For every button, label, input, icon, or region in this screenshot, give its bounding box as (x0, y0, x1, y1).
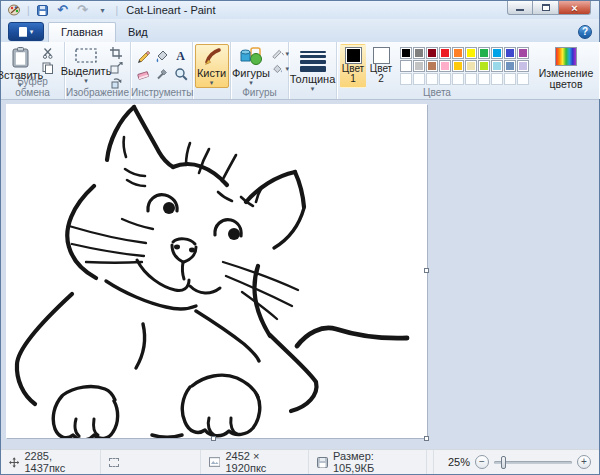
zoom-slider-track[interactable] (494, 461, 572, 464)
colors-group-label: Цвета (337, 87, 537, 98)
image-size-icon (209, 457, 220, 467)
eraser-tool-button[interactable] (133, 66, 152, 82)
palette-swatch-empty-7[interactable] (491, 73, 503, 85)
palette-swatch-15[interactable] (465, 60, 477, 72)
maximize-icon (542, 4, 550, 11)
shapes-group-label: Фигуры (231, 87, 288, 98)
palette-swatch-empty-8[interactable] (504, 73, 516, 85)
palette-swatch-empty-1[interactable] (413, 73, 425, 85)
palette-swatch-empty-5[interactable] (465, 73, 477, 85)
zoom-out-button[interactable]: − (475, 455, 489, 469)
resize-icon (110, 62, 123, 74)
palette-swatch-19[interactable] (517, 60, 529, 72)
qat-customize-caret[interactable]: ▾ (95, 3, 111, 18)
palette-swatch-6[interactable] (478, 47, 490, 59)
maximize-button[interactable] (533, 1, 559, 15)
paint-canvas[interactable] (6, 104, 427, 438)
zoom-in-button[interactable]: + (577, 455, 591, 469)
palette-swatch-empty-0[interactable] (400, 73, 412, 85)
palette-swatch-2[interactable] (426, 47, 438, 59)
palette-swatch-empty-6[interactable] (478, 73, 490, 85)
copy-button[interactable] (39, 61, 57, 75)
cat-lineart-drawing[interactable] (6, 104, 427, 438)
pencil-tool-button[interactable] (133, 48, 152, 64)
size-button[interactable]: Толщина ▾ (291, 44, 335, 88)
text-tool-button[interactable]: A (171, 48, 190, 64)
minimize-button[interactable] (507, 1, 533, 15)
canvas-resize-handle-bottom[interactable] (211, 436, 216, 441)
palette-swatch-10[interactable] (400, 60, 412, 72)
window-controls: × (507, 1, 591, 15)
image-size-value: 2452 × 1920пкс (225, 450, 300, 474)
cursor-position-cell: 2285, 1437пкс (1, 450, 101, 474)
palette-swatch-7[interactable] (491, 47, 503, 59)
color-picker-tool-button[interactable] (152, 66, 171, 82)
close-button[interactable]: × (559, 1, 591, 15)
color2-button[interactable]: Цвет 2 (368, 44, 394, 88)
shapes-label: Фигуры (232, 67, 270, 79)
ribbon-tab-row: ▾ Главная Вид ? (1, 19, 599, 42)
clipboard-icon (12, 47, 29, 68)
shapes-icon (239, 47, 263, 66)
brushes-button[interactable]: Кисти ▾ (195, 44, 229, 88)
palette-swatch-8[interactable] (504, 47, 516, 59)
select-caret-icon: ▾ (84, 78, 88, 83)
tab-home[interactable]: Главная (48, 22, 116, 42)
palette-swatch-13[interactable] (439, 60, 451, 72)
palette-swatch-0[interactable] (400, 47, 412, 59)
zoom-level-value: 25% (448, 456, 470, 468)
group-brushes: Кисти ▾ (193, 42, 231, 99)
close-icon: × (571, 3, 577, 13)
canvas-resize-handle-corner[interactable] (424, 436, 429, 441)
color1-number: 1 (350, 74, 356, 84)
qat-separator: | (26, 5, 31, 16)
canvas-resize-handle-right[interactable] (424, 268, 429, 273)
crop-button[interactable] (107, 46, 125, 60)
status-bar: 2285, 1437пкс 2452 × 1920пкс Размер: 105… (1, 449, 599, 474)
palette-swatch-16[interactable] (478, 60, 490, 72)
redo-button[interactable]: ↷ (75, 3, 91, 18)
palette-swatch-empty-2[interactable] (426, 73, 438, 85)
paint-window: | ↶ ↷ ▾ | Cat-Lineart - Paint × ▾ Главна… (0, 0, 600, 475)
color2-number: 2 (378, 74, 384, 84)
shape-outline-button[interactable]: ▾ (271, 46, 289, 60)
eyedropper-icon (155, 67, 169, 81)
tools-group-label: Инструменты (131, 87, 192, 98)
palette-swatch-5[interactable] (465, 47, 477, 59)
zoom-slider-thumb[interactable] (501, 456, 506, 469)
palette-swatch-4[interactable] (452, 47, 464, 59)
fill-tool-button[interactable] (152, 48, 171, 64)
resize-button[interactable] (107, 61, 125, 75)
shape-fill-button[interactable]: ▾ (271, 61, 289, 75)
application-menu-button[interactable]: ▾ (8, 22, 44, 41)
palette-swatch-12[interactable] (426, 60, 438, 72)
palette-swatch-3[interactable] (439, 47, 451, 59)
palette-swatch-17[interactable] (491, 60, 503, 72)
palette-swatch-9[interactable] (517, 47, 529, 59)
text-tool-icon: A (176, 49, 185, 64)
document-icon (19, 27, 27, 37)
help-button[interactable]: ? (578, 25, 592, 39)
palette-swatch-empty-9[interactable] (517, 73, 529, 85)
undo-button[interactable]: ↶ (55, 3, 71, 18)
color1-button[interactable]: Цвет 1 (340, 44, 366, 88)
palette-swatch-empty-3[interactable] (439, 73, 451, 85)
fill-style-icon (271, 63, 285, 74)
palette-swatch-1[interactable] (413, 47, 425, 59)
palette-swatch-14[interactable] (452, 60, 464, 72)
palette-swatch-11[interactable] (413, 60, 425, 72)
fill-bucket-icon (155, 49, 169, 63)
cut-button[interactable] (39, 46, 57, 60)
edit-colors-button[interactable]: Изменение цветов (534, 44, 598, 99)
disk-icon (317, 457, 328, 468)
eraser-icon (136, 68, 150, 81)
select-label: Выделить (61, 65, 112, 77)
save-button[interactable] (35, 3, 51, 18)
group-size: Толщина ▾ (289, 42, 337, 99)
magnifier-tool-button[interactable] (171, 66, 190, 82)
palette-swatch-18[interactable] (504, 60, 516, 72)
tab-view[interactable]: Вид (116, 23, 160, 42)
zoom-controls: 25% − + (434, 450, 599, 474)
palette-swatch-empty-4[interactable] (452, 73, 464, 85)
brushes-caret-icon: ▾ (210, 80, 214, 85)
